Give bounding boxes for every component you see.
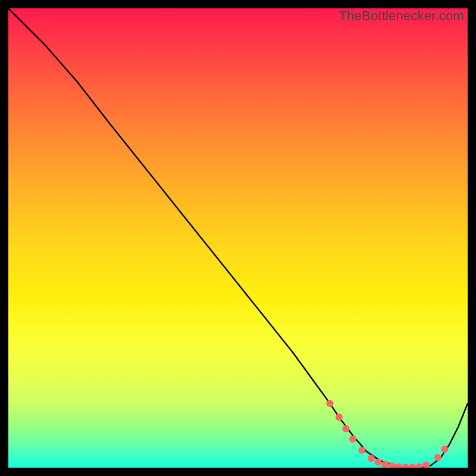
curve-marker <box>326 400 333 407</box>
watermark-text: TheBottlenecker.com <box>339 8 464 24</box>
bottleneck-curve-path <box>8 8 468 468</box>
bottleneck-curve-svg <box>8 8 468 468</box>
curve-marker <box>342 425 349 432</box>
curve-marker <box>416 464 423 468</box>
curve-marker <box>368 455 375 462</box>
curve-marker <box>381 461 389 468</box>
curve-marker <box>395 464 402 468</box>
curve-marker <box>402 464 409 468</box>
chart-area: TheBottlenecker.com <box>8 8 468 468</box>
curve-markers <box>326 400 448 468</box>
curve-marker <box>375 459 382 466</box>
curve-marker <box>358 447 365 454</box>
curve-marker <box>423 461 430 468</box>
curve-marker <box>336 414 343 421</box>
curve-marker <box>349 436 356 443</box>
curve-marker <box>441 446 448 453</box>
curve-marker <box>389 462 396 468</box>
curve-marker <box>434 454 441 461</box>
curve-marker <box>409 464 416 468</box>
